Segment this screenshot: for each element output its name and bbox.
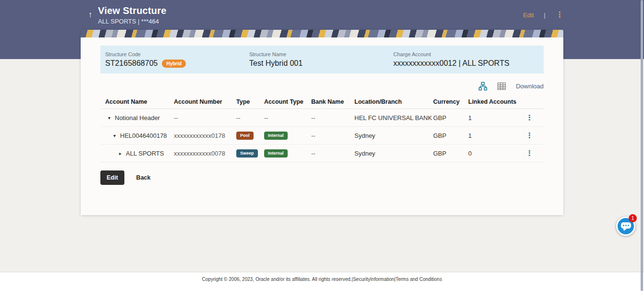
table-row: ▸ ALL SPORTS xxxxxxxxxxxx0078 Sweep Inte…	[100, 145, 544, 162]
bank-name-cell: --	[311, 132, 354, 139]
linked-accounts-cell: 1	[468, 132, 523, 139]
expand-caret-icon[interactable]: ▸	[119, 151, 124, 156]
account-type-cell: --	[264, 114, 311, 121]
header-divider: |	[544, 12, 546, 19]
bank-name-cell: --	[311, 114, 354, 121]
structure-name-label: Structure Name	[249, 51, 393, 57]
account-number-cell: xxxxxxxxxxxx0178	[174, 132, 236, 139]
structure-summary-bar: Structure Code ST2165868705 Hybrid Struc…	[100, 46, 544, 73]
table-row: ▾ Notional Header -- -- -- -- HEL FC UNI…	[100, 109, 544, 127]
currency-cell: GBP	[433, 114, 468, 121]
download-link[interactable]: Download	[516, 83, 544, 90]
type-cell: Sweep	[236, 149, 264, 158]
structure-name-field: Structure Name Test Hybrid 001	[249, 51, 393, 68]
charge-account-field: Charge Account xxxxxxxxxxxx0012 | ALL SP…	[393, 51, 537, 68]
col-location-branch: Location/Branch	[354, 98, 433, 105]
collapse-caret-icon[interactable]: ▾	[113, 133, 118, 138]
structure-code-label: Structure Code	[105, 51, 249, 57]
page-subtitle: ALL SPORTS | ***464	[98, 18, 166, 25]
account-number-cell: --	[174, 114, 236, 121]
table-view-icon[interactable]	[497, 82, 506, 91]
security-information-link[interactable]: SecurityInformation	[353, 277, 394, 282]
table-header-row: Account Name Account Number Type Account…	[100, 95, 544, 109]
page-title: View Structure	[98, 5, 166, 16]
account-name-cell: ▸ ALL SPORTS	[100, 150, 174, 157]
copyright-text: Copyright © 2006, 2023, Oracle and/or it…	[202, 277, 352, 282]
tree-view-icon[interactable]	[478, 82, 487, 91]
header-edit-link[interactable]: Edit	[523, 12, 534, 19]
account-name: ALL SPORTS	[126, 150, 164, 157]
row-menu-icon[interactable]: ⋮	[526, 149, 533, 157]
account-name: HEL0046400178	[120, 132, 167, 139]
internal-badge: Internal	[264, 132, 288, 140]
pool-badge: Pool	[236, 132, 254, 140]
internal-badge: Internal	[264, 149, 288, 158]
type-cell: Pool	[236, 131, 264, 140]
col-bank-name: Bank Name	[311, 98, 354, 105]
bank-name-cell: --	[311, 150, 354, 157]
account-name: Notional Header	[115, 114, 160, 121]
col-linked-accounts: Linked Accounts	[468, 98, 523, 105]
linked-accounts-cell: 0	[468, 150, 523, 157]
col-currency: Currency	[433, 98, 468, 105]
table-row: ▾ HEL0046400178 xxxxxxxxxxxx0178 Pool In…	[100, 127, 544, 145]
chat-fab[interactable]: 1	[616, 217, 635, 236]
structure-name-value: Test Hybrid 001	[249, 59, 303, 68]
footer: Copyright © 2006, 2023, Oracle and/or it…	[0, 272, 644, 291]
structure-card: Structure Code ST2165868705 Hybrid Struc…	[81, 30, 563, 215]
location-branch-cell: Sydney	[354, 150, 433, 157]
account-type-cell: Internal	[264, 149, 311, 158]
structure-code-field: Structure Code ST2165868705 Hybrid	[105, 51, 249, 68]
sweep-badge: Sweep	[236, 149, 258, 158]
row-menu-icon[interactable]: ⋮	[526, 131, 533, 139]
scrollbar[interactable]	[640, 0, 644, 291]
collapse-caret-icon[interactable]: ▾	[108, 115, 113, 121]
account-name-cell: ▾ Notional Header	[100, 114, 174, 121]
header-kebab-menu-icon[interactable]: ⋮	[556, 11, 563, 19]
charge-account-label: Charge Account	[393, 51, 537, 57]
location-branch-cell: Sydney	[354, 132, 433, 139]
col-account-number: Account Number	[174, 98, 236, 105]
location-branch-cell: HEL FC UNIVERSAL BANK	[354, 114, 433, 121]
col-account-type: Account Type	[264, 98, 311, 105]
app-header: ↑ View Structure ALL SPORTS | ***464 Edi…	[0, 0, 644, 30]
hybrid-badge: Hybrid	[162, 60, 186, 68]
edit-button[interactable]: Edit	[100, 170, 124, 185]
col-type: Type	[236, 98, 264, 105]
currency-cell: GBP	[433, 132, 468, 139]
chat-unread-badge: 1	[629, 214, 637, 222]
back-button[interactable]: Back	[136, 174, 151, 181]
scrollbar-thumb[interactable]	[641, 0, 643, 291]
account-number-cell: xxxxxxxxxxxx0078	[174, 150, 236, 157]
currency-cell: GBP	[433, 150, 468, 157]
col-account-name: Account Name	[100, 98, 174, 105]
terms-and-conditions-link[interactable]: Terms and Conditions	[396, 277, 442, 282]
chat-bubble-tail	[622, 228, 626, 231]
account-type-cell: Internal	[264, 131, 311, 140]
row-menu-icon[interactable]: ⋮	[526, 113, 533, 121]
decorative-ribbon	[81, 30, 563, 37]
back-arrow-icon[interactable]: ↑	[85, 10, 96, 20]
account-name-cell: ▾ HEL0046400178	[100, 132, 174, 139]
linked-accounts-cell: 1	[468, 114, 523, 121]
type-cell: --	[236, 114, 264, 121]
charge-account-value: xxxxxxxxxxxx0012 | ALL SPORTS	[393, 59, 510, 68]
structure-code-value: ST2165868705	[105, 59, 158, 68]
